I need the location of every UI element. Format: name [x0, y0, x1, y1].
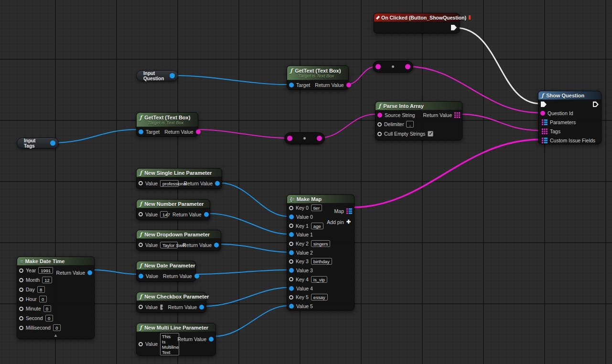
- add-pin-icon[interactable]: ✚: [346, 219, 351, 225]
- target-pin[interactable]: [139, 129, 143, 134]
- node-header[interactable]: ƒ New Checkbox Parameter: [137, 292, 206, 301]
- node-new-multi-line-parameter[interactable]: ƒ New Multi Line Parameter Return Value …: [136, 323, 216, 356]
- value-0-pin[interactable]: [289, 214, 294, 219]
- value-3-pin[interactable]: [289, 268, 294, 273]
- day-pin[interactable]: [19, 288, 23, 292]
- exec-out-pin[interactable]: [451, 25, 457, 31]
- node-new-single-line-parameter[interactable]: ƒ New Single Line Parameter Value profes…: [136, 168, 222, 189]
- key-0-field[interactable]: tier: [311, 204, 322, 211]
- key-1-pin[interactable]: [289, 224, 293, 228]
- millisecond-field[interactable]: 0: [53, 324, 61, 331]
- value-field[interactable]: 147: [160, 211, 168, 218]
- value-pin[interactable]: [139, 181, 143, 185]
- node-header[interactable]: On Clicked (Button_ShowQuestion): [374, 13, 459, 22]
- reroute-node-question[interactable]: [373, 61, 413, 73]
- return-array-pin[interactable]: [454, 112, 460, 118]
- value-field[interactable]: Taylor Swift: [160, 242, 178, 248]
- delimiter-field[interactable]: ,: [406, 121, 414, 128]
- blueprint-canvas[interactable]: On Clicked (Button_ShowQuestion) ƒ GetTe…: [0, 0, 612, 364]
- node-gettext-question[interactable]: ƒ GetText (Text Box) Target is Text Box …: [287, 65, 349, 90]
- node-on-clicked[interactable]: On Clicked (Button_ShowQuestion): [374, 13, 460, 33]
- reroute-node-tags[interactable]: [284, 132, 325, 144]
- node-input-question[interactable]: Input Question: [136, 70, 178, 81]
- node-make-date-time[interactable]: ≡ Make Date Time Return Value Year 1991 …: [17, 257, 95, 339]
- millisecond-pin[interactable]: [19, 326, 23, 330]
- source-string-pin[interactable]: [377, 113, 382, 118]
- node-make-map[interactable]: {≡ Make Map Map Add pin ✚ Key 0 tier Val…: [287, 194, 354, 310]
- node-new-checkbox-parameter[interactable]: ƒ New Checkbox Parameter Value Return Va…: [136, 292, 206, 313]
- hour-pin[interactable]: [19, 297, 23, 301]
- key-1-field[interactable]: age: [311, 223, 323, 229]
- second-field[interactable]: 0: [45, 315, 53, 321]
- tags-array-pin[interactable]: [542, 128, 548, 134]
- node-new-number-parameter[interactable]: ƒ New Number Parameter Value 147 Return …: [136, 199, 210, 220]
- node-new-dropdown-parameter[interactable]: ƒ New Dropdown Parameter Value Taylor Sw…: [136, 230, 221, 251]
- second-pin[interactable]: [19, 316, 23, 321]
- node-header[interactable]: ƒ New Multi Line Parameter: [137, 323, 215, 332]
- variable-out-pin[interactable]: [170, 73, 175, 78]
- key-0-pin[interactable]: [289, 206, 293, 210]
- node-show-question[interactable]: ƒ Show Question Question Id Parameters T…: [538, 91, 601, 144]
- node-header[interactable]: ƒ Parse Into Array: [376, 102, 462, 110]
- node-header[interactable]: ≡ Make Date Time: [17, 257, 94, 266]
- return-value-pin[interactable]: [204, 212, 209, 217]
- key-4-pin[interactable]: [289, 277, 293, 281]
- exec-out-pin[interactable]: [593, 101, 599, 107]
- value-pin[interactable]: [139, 243, 143, 247]
- day-field[interactable]: 8: [37, 286, 45, 293]
- return-value-pin[interactable]: [87, 270, 92, 275]
- map-out-pin[interactable]: [346, 208, 352, 214]
- question-id-pin[interactable]: [540, 111, 545, 116]
- node-new-date-parameter[interactable]: ƒ New Date Parameter Value Return Value: [136, 261, 196, 282]
- minute-field[interactable]: 0: [43, 305, 51, 312]
- node-header[interactable]: ƒ New Number Parameter: [137, 200, 210, 208]
- target-pin[interactable]: [289, 83, 294, 87]
- collapse-arrow-icon[interactable]: ▲: [54, 333, 58, 338]
- value-4-pin[interactable]: [289, 286, 294, 291]
- minute-pin[interactable]: [19, 307, 23, 311]
- return-value-pin[interactable]: [199, 305, 204, 310]
- value-checkbox[interactable]: [160, 304, 163, 310]
- node-input-tags[interactable]: Input Tags: [17, 138, 59, 149]
- return-value-pin[interactable]: [209, 337, 214, 342]
- year-pin[interactable]: [19, 268, 23, 273]
- value-field[interactable]: professional: [160, 180, 179, 187]
- value-1-pin[interactable]: [289, 232, 294, 237]
- return-value-pin[interactable]: [346, 83, 351, 87]
- cull-empty-strings-checkbox[interactable]: [428, 131, 433, 137]
- node-header[interactable]: ƒ Show Question: [538, 91, 601, 100]
- delimiter-pin[interactable]: [377, 122, 382, 127]
- delegate-pin[interactable]: [469, 15, 471, 20]
- reroute-in-pin[interactable]: [287, 136, 292, 141]
- node-parse-into-array[interactable]: ƒ Parse Into Array Source String Return …: [375, 101, 462, 140]
- key-5-pin[interactable]: [289, 295, 293, 300]
- reroute-out-pin[interactable]: [405, 64, 410, 69]
- value-pin[interactable]: [139, 305, 143, 309]
- reroute-in-pin[interactable]: [376, 64, 381, 69]
- key-2-field[interactable]: singers: [311, 240, 331, 247]
- node-gettext-tags[interactable]: ƒ GetText (Text Box) Target is Text Box …: [136, 112, 198, 137]
- month-field[interactable]: 12: [42, 277, 52, 283]
- return-value-pin[interactable]: [196, 129, 201, 134]
- year-field[interactable]: 1991: [38, 267, 53, 274]
- key-5-field[interactable]: essay: [311, 294, 328, 300]
- value-2-pin[interactable]: [289, 250, 294, 255]
- key-3-field[interactable]: birthday: [311, 258, 332, 265]
- key-2-pin[interactable]: [289, 242, 293, 246]
- custom-issue-fields-map-pin[interactable]: [542, 138, 548, 143]
- key-4-field[interactable]: is_vip: [311, 276, 327, 283]
- return-value-pin[interactable]: [214, 243, 219, 247]
- value-multiline-field[interactable]: This Is Multiline Text: [160, 333, 179, 355]
- key-3-pin[interactable]: [289, 259, 293, 264]
- return-value-pin[interactable]: [215, 181, 220, 186]
- value-5-pin[interactable]: [289, 304, 294, 309]
- month-pin[interactable]: [19, 278, 23, 282]
- return-value-pin[interactable]: [194, 274, 199, 278]
- cull-empty-strings-pin[interactable]: [377, 132, 382, 136]
- node-header[interactable]: {≡ Make Map: [287, 195, 354, 203]
- value-pin[interactable]: [139, 342, 143, 346]
- reroute-out-pin[interactable]: [317, 136, 322, 141]
- variable-out-pin[interactable]: [50, 140, 55, 146]
- node-header[interactable]: ƒ New Date Parameter: [137, 261, 195, 270]
- value-pin[interactable]: [139, 274, 143, 278]
